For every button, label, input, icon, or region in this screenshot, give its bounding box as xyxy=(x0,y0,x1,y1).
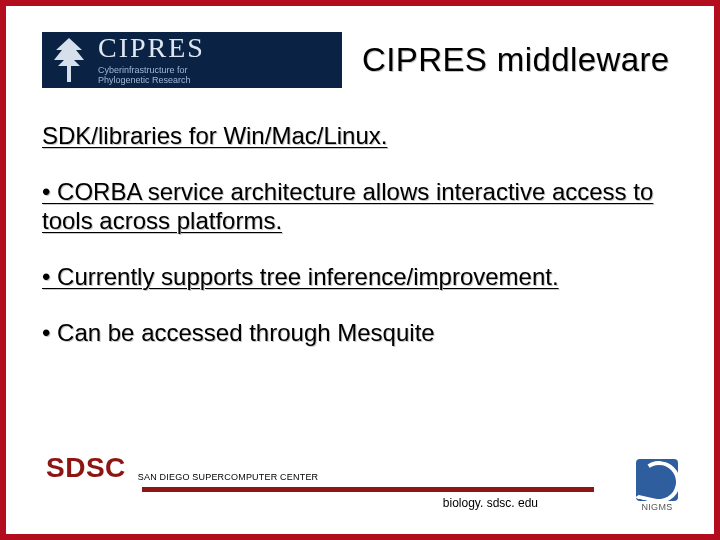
nigms-label: NIGMS xyxy=(636,502,678,512)
bullet-2: • Currently supports tree inference/impr… xyxy=(42,263,678,291)
bullet-1: • CORBA service architecture allows inte… xyxy=(42,178,678,235)
sdsc-block: SDSC SAN DIEGO SUPERCOMPUTER CENTER xyxy=(46,452,678,484)
slide: CIPRES Cyberinfrastructure for Phylogene… xyxy=(0,0,720,540)
sdsc-full-name: SAN DIEGO SUPERCOMPUTER CENTER xyxy=(138,472,319,482)
cipres-logo: CIPRES Cyberinfrastructure for Phylogene… xyxy=(42,32,342,88)
bullet-3: • Can be accessed through Mesquite xyxy=(42,319,678,347)
nigms-block: NIGMS xyxy=(636,459,678,512)
sdsc-logo: SDSC xyxy=(46,452,126,484)
slide-header: CIPRES Cyberinfrastructure for Phylogene… xyxy=(42,32,678,88)
slide-footer: SDSC SAN DIEGO SUPERCOMPUTER CENTER biol… xyxy=(46,452,678,510)
footer-url: biology. sdsc. edu xyxy=(46,496,538,510)
tree-icon xyxy=(50,36,88,84)
logo-text: CIPRES Cyberinfrastructure for Phylogene… xyxy=(98,34,205,86)
nigms-icon xyxy=(636,459,678,501)
accent-bar xyxy=(142,487,594,492)
logo-subtitle: Cyberinfrastructure for Phylogenetic Res… xyxy=(98,66,205,86)
slide-title: CIPRES middleware xyxy=(362,41,670,79)
body-subtitle: SDK/libraries for Win/Mac/Linux. xyxy=(42,122,678,150)
logo-name: CIPRES xyxy=(98,34,205,62)
slide-body: SDK/libraries for Win/Mac/Linux. • CORBA… xyxy=(42,122,678,348)
